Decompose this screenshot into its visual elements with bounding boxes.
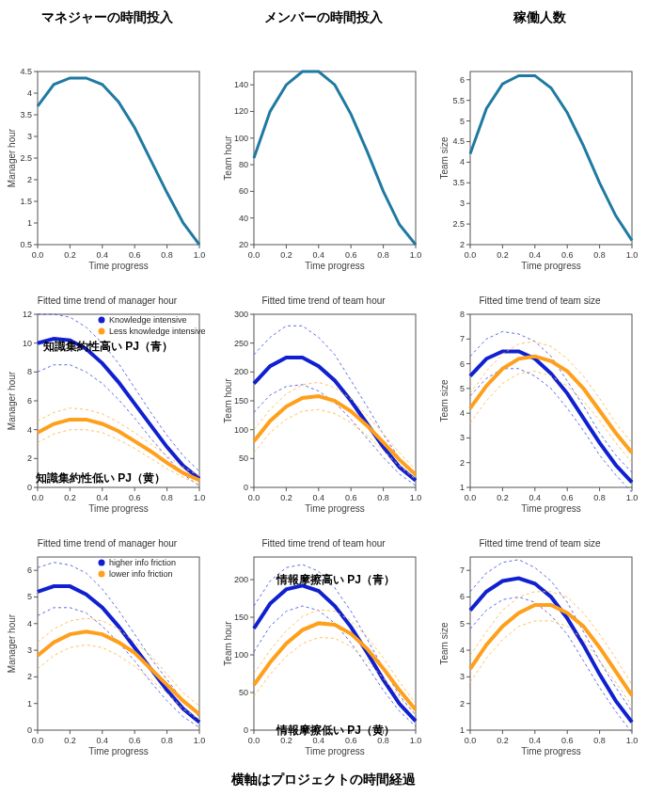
svg-text:5: 5 <box>460 117 465 126</box>
panel-r2c1: Fitted time trend of manager hour 0.00.2… <box>6 295 209 516</box>
panel-title: Fitted time trend of manager hour <box>6 295 209 309</box>
svg-point-219 <box>99 571 105 578</box>
svg-point-217 <box>99 560 105 566</box>
svg-text:40: 40 <box>239 214 248 223</box>
svg-text:Manager hour: Manager hour <box>7 371 17 430</box>
svg-text:1: 1 <box>27 699 32 709</box>
svg-text:0.8: 0.8 <box>593 736 606 745</box>
svg-text:60: 60 <box>239 186 248 196</box>
svg-text:4.5: 4.5 <box>20 67 32 76</box>
svg-text:0.4: 0.4 <box>97 736 109 745</box>
svg-text:50: 50 <box>239 454 248 463</box>
svg-text:0.2: 0.2 <box>280 250 292 260</box>
svg-text:2: 2 <box>27 175 32 184</box>
svg-text:6: 6 <box>460 75 465 85</box>
panel-title: Fitted time trend of team size <box>438 295 641 309</box>
footer-caption: 横軸はプロジェクトの時間経過 <box>6 772 641 788</box>
svg-point-124 <box>99 317 105 324</box>
svg-text:200: 200 <box>234 367 248 376</box>
svg-text:0.0: 0.0 <box>248 736 260 745</box>
svg-text:6: 6 <box>460 359 465 369</box>
svg-text:4.5: 4.5 <box>452 136 465 146</box>
panel-r1c3: 0.00.20.40.60.81.022.533.544.555.56Time … <box>438 53 641 273</box>
svg-text:12: 12 <box>23 310 32 319</box>
svg-rect-246 <box>470 557 632 730</box>
svg-text:0.2: 0.2 <box>64 493 76 502</box>
svg-text:6: 6 <box>27 396 32 406</box>
svg-text:0.6: 0.6 <box>129 250 141 260</box>
svg-text:Knowledge intensive: Knowledge intensive <box>109 315 187 325</box>
svg-point-126 <box>99 328 105 335</box>
svg-text:0.2: 0.2 <box>64 250 76 260</box>
svg-text:0.2: 0.2 <box>497 736 509 745</box>
svg-text:2: 2 <box>460 240 465 249</box>
annot-knowledge-low: 知識集約性低い PJ（黄） <box>36 470 166 486</box>
svg-text:3.5: 3.5 <box>452 178 465 187</box>
svg-text:Time progress: Time progress <box>88 261 149 271</box>
svg-text:0.6: 0.6 <box>129 736 141 745</box>
panel-r1c2: 0.00.20.40.60.81.020406080100120140Time … <box>222 53 425 273</box>
svg-text:0.5: 0.5 <box>20 240 32 249</box>
svg-text:0.2: 0.2 <box>280 493 292 502</box>
svg-text:0.2: 0.2 <box>497 493 509 502</box>
chart-grid: マネジャーの時間投入 メンバーの時間投入 稼働人数 0.00.20.40.60.… <box>6 9 641 758</box>
svg-text:0.6: 0.6 <box>561 250 574 260</box>
svg-text:1: 1 <box>460 483 465 492</box>
panel-r1c1: 0.00.20.40.60.81.00.511.522.533.544.5Tim… <box>6 53 209 273</box>
svg-text:0.6: 0.6 <box>345 493 357 502</box>
svg-text:7: 7 <box>460 334 465 343</box>
svg-text:0: 0 <box>27 725 32 735</box>
svg-text:6: 6 <box>27 565 32 575</box>
svg-text:0.8: 0.8 <box>161 250 173 260</box>
svg-text:7: 7 <box>460 565 465 575</box>
svg-text:1: 1 <box>27 218 32 228</box>
svg-text:100: 100 <box>234 425 248 435</box>
svg-text:2.5: 2.5 <box>20 153 32 163</box>
svg-text:0.4: 0.4 <box>97 250 109 260</box>
svg-text:5: 5 <box>27 592 32 601</box>
col-header-2: メンバーの時間投入 <box>222 9 425 30</box>
svg-text:3.5: 3.5 <box>20 110 32 119</box>
svg-text:4: 4 <box>27 88 32 98</box>
svg-text:0.8: 0.8 <box>161 736 173 745</box>
svg-text:20: 20 <box>239 240 248 249</box>
svg-text:3: 3 <box>460 433 465 442</box>
svg-text:1.0: 1.0 <box>194 493 205 502</box>
svg-text:0: 0 <box>244 483 248 492</box>
svg-text:100: 100 <box>234 134 248 143</box>
svg-text:250: 250 <box>234 339 248 348</box>
svg-text:120: 120 <box>234 106 248 116</box>
svg-text:0.4: 0.4 <box>97 493 109 502</box>
svg-text:6: 6 <box>460 592 465 601</box>
svg-text:3: 3 <box>460 199 465 208</box>
svg-text:Time progress: Time progress <box>305 503 365 514</box>
svg-text:5: 5 <box>460 619 465 629</box>
svg-text:Time progress: Time progress <box>305 261 365 271</box>
svg-text:200: 200 <box>234 575 248 584</box>
svg-text:50: 50 <box>239 688 248 697</box>
svg-text:0.8: 0.8 <box>593 250 606 260</box>
svg-text:2: 2 <box>27 454 32 463</box>
svg-text:0.4: 0.4 <box>313 493 325 502</box>
svg-text:0.0: 0.0 <box>465 493 477 502</box>
svg-text:0.6: 0.6 <box>129 493 141 502</box>
svg-text:2.5: 2.5 <box>452 219 465 229</box>
svg-text:Team size: Team size <box>439 622 450 664</box>
svg-text:lower info friction: lower info friction <box>109 569 173 579</box>
svg-rect-157 <box>470 314 632 487</box>
svg-text:1.0: 1.0 <box>410 250 421 260</box>
svg-text:0.6: 0.6 <box>561 493 574 502</box>
svg-text:4: 4 <box>460 157 465 167</box>
svg-text:300: 300 <box>234 310 248 319</box>
svg-text:4: 4 <box>27 425 32 435</box>
panel-title: Fitted time trend of team hour <box>222 295 425 309</box>
svg-text:Team size: Team size <box>439 379 450 422</box>
svg-text:0.6: 0.6 <box>561 736 574 745</box>
col-header-1: マネジャーの時間投入 <box>6 9 209 30</box>
svg-text:Team hour: Team hour <box>223 135 233 181</box>
svg-text:140: 140 <box>234 80 248 89</box>
svg-text:higher info friction: higher info friction <box>109 558 176 567</box>
panel-r3c3: Fitted time trend of team size 0.00.20.4… <box>438 538 641 758</box>
annot-knowledge-high: 知識集約性高い PJ（青） <box>43 339 173 355</box>
svg-text:0.8: 0.8 <box>593 493 606 502</box>
